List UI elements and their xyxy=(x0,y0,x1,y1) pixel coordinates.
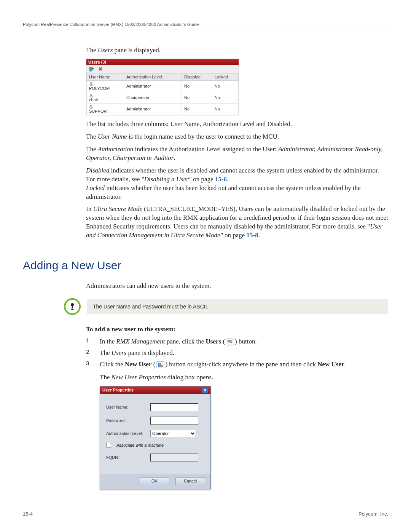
step-number: 1 xyxy=(86,337,93,346)
step-number: 2 xyxy=(86,348,93,358)
adding-intro: Administrators can add new users to the … xyxy=(86,282,388,291)
new-user-button-icon xyxy=(156,361,164,368)
intro-users-pane: The Users pane is displayed. xyxy=(86,46,388,55)
svg-point-6 xyxy=(90,105,92,107)
users-table: User Name Authorization Level Disabled L… xyxy=(86,73,239,115)
xref-disabling-user[interactable]: 15-6 xyxy=(215,176,227,183)
dialog-title: User Properties xyxy=(102,387,134,393)
users-button-icon xyxy=(226,339,234,345)
note-text: The User Name and Password must be in AS… xyxy=(87,299,388,314)
page-footer: 15-4 Polycom, Inc. xyxy=(23,511,388,517)
svg-point-2 xyxy=(90,82,92,84)
svg-point-4 xyxy=(90,94,92,96)
user-icon xyxy=(89,82,121,86)
section-heading-adding-user: Adding a New User xyxy=(23,259,388,272)
users-pane-title: Users (3) xyxy=(86,59,239,65)
fqdn-input xyxy=(150,454,198,462)
associate-machine-checkbox[interactable] xyxy=(106,443,111,448)
procedure-heading: To add a new user to the system: xyxy=(86,326,388,333)
table-row[interactable]: POLYCOM Administrator No No xyxy=(87,80,239,92)
svg-point-10 xyxy=(228,340,230,342)
label-fqdn: FQDN : xyxy=(106,455,147,460)
label-associate: Associate with a machine xyxy=(116,443,164,448)
para-ultra: In Ultra Secure Mode (ULTRA_SECURE_MODE=… xyxy=(86,205,388,240)
svg-point-0 xyxy=(89,67,92,69)
add-user-icon[interactable] xyxy=(89,66,94,72)
col-disabled[interactable]: Disabled xyxy=(182,73,212,80)
cancel-button[interactable]: Cancel xyxy=(175,477,205,485)
col-locked[interactable]: Locked xyxy=(212,73,238,80)
para-disabled: Disabled indicates whether the user is d… xyxy=(86,166,388,201)
user-icon xyxy=(89,105,121,109)
xref-ultra-secure[interactable]: 15-8 xyxy=(247,232,258,239)
note: The User Name and Password must be in AS… xyxy=(86,298,388,315)
users-pane: Users (3) User Name Authorization Level … xyxy=(86,59,239,115)
col-auth-level[interactable]: Authorization Level xyxy=(124,73,182,80)
svg-rect-1 xyxy=(89,69,92,71)
user-name-input[interactable] xyxy=(150,403,198,411)
svg-rect-13 xyxy=(158,365,161,367)
para-username: The User Name is the login name used by … xyxy=(86,133,388,141)
running-header: Polycom RealPresence Collaboration Serve… xyxy=(23,22,388,27)
svg-rect-3 xyxy=(90,84,92,86)
page-number: 15-4 xyxy=(23,511,33,517)
ok-button[interactable]: OK xyxy=(140,477,169,485)
label-auth-level: Authorization Level: xyxy=(106,431,147,436)
table-row[interactable]: SUPPORT Administrator No No xyxy=(87,103,239,115)
step-number: 3 xyxy=(86,360,93,490)
footer-company: Polycom, Inc. xyxy=(358,511,388,517)
auth-level-select[interactable]: Operator xyxy=(150,430,196,437)
delete-user-icon[interactable] xyxy=(98,66,103,72)
col-user-name[interactable]: User Name xyxy=(87,73,124,80)
page: Polycom RealPresence Collaboration Serve… xyxy=(0,0,411,532)
user-properties-dialog: User Properties ✕ User Name: Password: xyxy=(100,386,211,489)
svg-point-11 xyxy=(230,340,232,343)
password-input[interactable] xyxy=(150,417,198,425)
para-columns: The list includes three columns: User Na… xyxy=(86,120,388,129)
svg-rect-5 xyxy=(90,96,92,97)
users-pane-toolbar xyxy=(86,65,239,73)
label-password: Password: xyxy=(106,418,147,423)
para-authorization: The Authorization indicates the Authoriz… xyxy=(86,145,388,163)
close-icon[interactable]: ✕ xyxy=(202,388,208,393)
table-row[interactable]: chair Chairperson No No xyxy=(87,92,239,103)
step-3: 3 Click the New User () button or right-… xyxy=(86,360,388,490)
svg-point-12 xyxy=(158,363,161,365)
note-icon xyxy=(64,298,81,315)
step-1: 1 In the RMX Management pane, click the … xyxy=(86,337,388,346)
user-icon xyxy=(89,93,121,97)
label-user-name: User Name: xyxy=(106,404,147,410)
svg-rect-7 xyxy=(90,107,92,109)
svg-rect-9 xyxy=(72,305,73,308)
step-2: 2 The Users pane is displayed. xyxy=(86,348,388,358)
